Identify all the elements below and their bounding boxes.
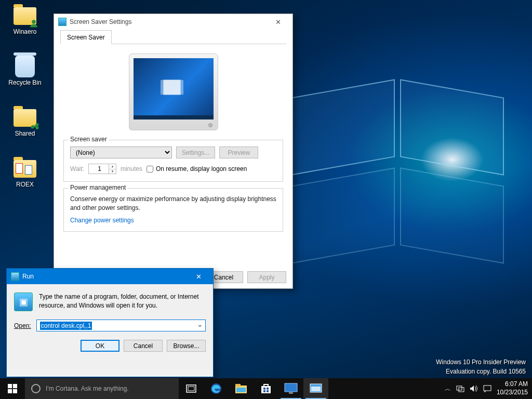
start-button[interactable] — [0, 378, 25, 399]
svg-point-1 — [31, 126, 34, 129]
search-placeholder: I'm Cortana. Ask me anything. — [46, 385, 129, 392]
wait-input[interactable] — [88, 164, 109, 174]
tab-screen-saver[interactable]: Screen Saver — [60, 30, 112, 44]
change-power-settings-link[interactable]: Change power settings — [70, 217, 134, 224]
titlebar[interactable]: Run ✕ — [7, 269, 213, 284]
store-icon — [260, 383, 272, 394]
desktop-icon-shared[interactable]: Shared — [4, 105, 46, 137]
cortana-icon — [31, 384, 41, 393]
open-combobox[interactable]: control desk.cpl,,1 — [36, 320, 206, 331]
task-view-button[interactable] — [179, 378, 204, 399]
windows-icon — [8, 384, 17, 393]
group-label: Power management — [68, 184, 128, 191]
volume-icon[interactable] — [470, 385, 478, 392]
run-description: Type the name of a program, folder, docu… — [39, 292, 206, 311]
date: 10/23/2015 — [497, 389, 528, 397]
titlebar[interactable]: Screen Saver Settings ✕ — [54, 14, 292, 30]
svg-rect-23 — [457, 386, 462, 390]
open-label: Open: — [14, 322, 31, 329]
wait-spinner[interactable]: ▲▼ — [109, 164, 116, 174]
wait-label: Wait: — [70, 165, 84, 172]
window-title: Run — [22, 273, 188, 280]
run-icon — [310, 383, 322, 394]
edge-icon — [210, 382, 222, 395]
display-icon — [284, 383, 298, 394]
svg-rect-14 — [261, 386, 271, 393]
svg-rect-22 — [311, 387, 321, 391]
svg-point-3 — [36, 126, 39, 129]
svg-rect-19 — [285, 383, 297, 392]
group-screen-saver: Screen saver (None) Settings... Preview … — [63, 140, 283, 182]
svg-rect-4 — [8, 384, 12, 388]
svg-rect-5 — [13, 384, 17, 388]
wallpaper-pane — [400, 79, 504, 175]
ok-button[interactable]: OK — [81, 340, 119, 352]
resume-checkbox-input[interactable] — [147, 166, 153, 172]
file-explorer-icon — [235, 383, 247, 394]
tray-overflow[interactable]: ︿ — [445, 384, 451, 393]
desktop-icon-recycle-bin[interactable]: Recycle Bin — [4, 54, 46, 86]
task-view-icon — [186, 384, 196, 393]
taskbar-app-run[interactable] — [303, 378, 328, 399]
clock[interactable]: 6:07 AM 10/23/2015 — [497, 380, 528, 396]
desktop-icon-winaero[interactable]: Winaero — [4, 3, 46, 35]
run-large-icon: ▣ — [14, 292, 33, 311]
preview-monitor — [129, 54, 218, 130]
desktop-icon-label: Shared — [15, 130, 35, 137]
recycle-bin-icon — [15, 56, 35, 77]
svg-point-0 — [32, 20, 36, 24]
open-value: control desk.cpl,,1 — [40, 322, 92, 330]
wallpaper-pane — [291, 167, 395, 263]
taskbar-app-store[interactable] — [254, 378, 278, 399]
wallpaper-pane — [291, 79, 395, 175]
cancel-button[interactable]: Cancel — [124, 340, 163, 352]
apply-button[interactable]: Apply — [247, 271, 286, 283]
watermark: Windows 10 Pro Insider Preview Evaluatio… — [436, 357, 526, 376]
window-title: Screen Saver Settings — [70, 18, 268, 25]
svg-rect-15 — [263, 388, 265, 390]
screensaver-select[interactable]: (None) — [70, 147, 172, 158]
group-label: Screen saver — [68, 136, 109, 143]
desktop-icon-roex[interactable]: ROEX — [4, 156, 46, 188]
folder-icon — [14, 160, 36, 178]
cortana-search[interactable]: I'm Cortana. Ask me anything. — [25, 378, 179, 399]
svg-rect-12 — [235, 384, 241, 387]
taskbar-app-display[interactable] — [278, 378, 303, 399]
svg-rect-24 — [459, 388, 464, 392]
close-button[interactable]: ✕ — [268, 16, 288, 28]
time: 6:07 AM — [497, 380, 528, 389]
run-icon — [11, 272, 19, 281]
tabstrip: Screen Saver — [60, 30, 286, 44]
power-description: Conserve energy or maximize performance … — [70, 195, 276, 212]
taskbar: I'm Cortana. Ask me anything. ︿ 6:07 AM … — [0, 378, 532, 399]
desktop-icon-label: ROEX — [16, 181, 34, 188]
action-center-icon[interactable] — [483, 385, 491, 392]
desktop-icon-label: Winaero — [14, 28, 37, 35]
svg-rect-16 — [267, 388, 269, 390]
resume-checkbox[interactable]: On resume, display logon screen — [147, 165, 247, 172]
wallpaper-pane — [400, 167, 504, 263]
taskbar-app-explorer[interactable] — [229, 378, 254, 399]
svg-rect-25 — [484, 385, 491, 391]
network-icon[interactable] — [456, 385, 464, 392]
window-icon — [58, 18, 66, 26]
system-tray: ︿ 6:07 AM 10/23/2015 — [441, 378, 532, 399]
screensaver-settings-window: Screen Saver Settings ✕ Screen Saver Scr… — [54, 14, 293, 289]
svg-rect-13 — [236, 388, 246, 392]
svg-point-2 — [36, 123, 39, 126]
settings-button[interactable]: Settings... — [176, 147, 215, 158]
close-button[interactable]: ✕ — [188, 270, 209, 283]
watermark-line1: Windows 10 Pro Insider Preview — [436, 357, 526, 367]
taskbar-app-edge[interactable] — [204, 378, 229, 399]
svg-rect-6 — [8, 389, 12, 393]
resume-label: On resume, display logon screen — [156, 165, 247, 172]
preview-button[interactable]: Preview — [219, 147, 258, 158]
desktop-icon-label: Recycle Bin — [8, 79, 41, 86]
svg-rect-7 — [13, 389, 17, 393]
svg-rect-17 — [263, 390, 265, 392]
browse-button[interactable]: Browse... — [167, 340, 206, 352]
svg-rect-18 — [267, 390, 269, 392]
minutes-label: minutes — [121, 165, 142, 172]
svg-rect-20 — [289, 392, 293, 394]
svg-rect-9 — [188, 387, 194, 391]
